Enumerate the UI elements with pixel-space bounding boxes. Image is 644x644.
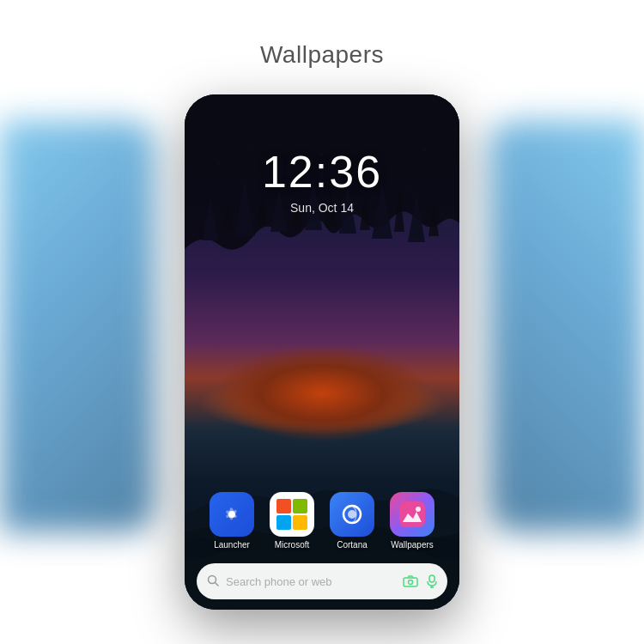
clock-area: 12:36 Sun, Oct 14 — [185, 146, 459, 215]
cortana-label: Cortana — [337, 540, 368, 550]
app-dock: Launcher Microsoft — [185, 492, 459, 550]
svg-line-6 — [216, 582, 219, 586]
search-actions — [403, 574, 437, 588]
page-title: Wallpapers — [0, 41, 644, 69]
svg-point-8 — [409, 580, 413, 585]
svg-point-2 — [348, 510, 356, 519]
svg-rect-9 — [429, 575, 434, 582]
phone-mockup: 12:36 Sun, Oct 14 Launcher — [185, 94, 459, 610]
app-launcher[interactable]: Launcher — [210, 492, 254, 550]
wallpapers-icon — [390, 492, 434, 537]
launcher-icon — [210, 492, 254, 537]
microsoft-label: Microsoft — [275, 540, 310, 550]
bg-left-panel — [0, 120, 155, 532]
clock-date: Sun, Oct 14 — [185, 201, 459, 215]
camera-icon[interactable] — [403, 575, 418, 587]
launcher-label: Launcher — [214, 540, 250, 550]
microsoft-icon — [270, 492, 314, 537]
svg-point-4 — [416, 507, 421, 512]
svg-rect-7 — [404, 578, 417, 586]
clock-time: 12:36 — [185, 146, 459, 197]
search-icon — [207, 574, 219, 589]
search-bar[interactable]: Search phone or web — [197, 563, 447, 599]
microphone-icon[interactable] — [427, 574, 437, 588]
bg-right-panel — [489, 120, 644, 532]
cortana-icon — [330, 492, 374, 537]
app-microsoft[interactable]: Microsoft — [270, 492, 314, 550]
search-placeholder: Search phone or web — [226, 575, 396, 588]
app-wallpapers[interactable]: Wallpapers — [390, 492, 434, 550]
app-cortana[interactable]: Cortana — [330, 492, 374, 550]
svg-rect-3 — [399, 501, 425, 527]
wallpapers-label: Wallpapers — [391, 540, 434, 550]
